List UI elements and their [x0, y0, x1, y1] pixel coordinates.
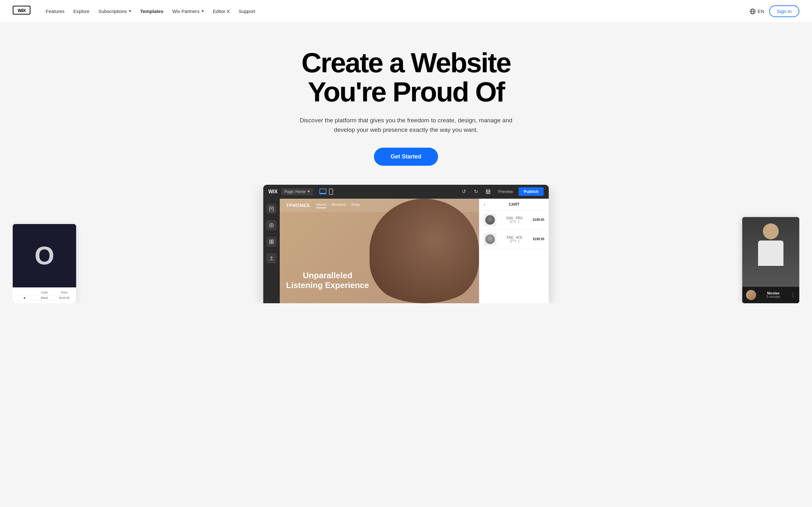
person-head — [763, 223, 779, 239]
nav-item-subscriptions[interactable]: Subscriptions — [95, 6, 135, 16]
svg-rect-16 — [270, 242, 271, 244]
editor-logo: WiX — [268, 189, 277, 194]
editor-body: TPHONES Home Reviews Shop Unparalleled L… — [263, 199, 549, 303]
chat-more-icon[interactable]: ⋮ — [791, 292, 796, 298]
hero-title: Create a Website You're Proud Of — [301, 48, 511, 107]
preview-button[interactable]: Preview — [496, 188, 515, 195]
person-figure — [758, 223, 783, 266]
site-nav-reviews[interactable]: Reviews — [332, 203, 346, 208]
nav-link-subscriptions[interactable]: Subscriptions — [95, 6, 135, 16]
globe-icon — [750, 9, 756, 14]
publish-button[interactable]: Publish — [519, 187, 544, 196]
navbar: WiX Features Explore Subscriptions Templ… — [0, 0, 812, 23]
headphone-image — [369, 199, 479, 303]
nav-item-wix-partners[interactable]: Wix Partners — [168, 6, 208, 16]
svg-rect-15 — [272, 240, 273, 241]
hero-section: Create a Website You're Proud Of Discove… — [0, 23, 812, 303]
nav-links: Features Explore Subscriptions Templates… — [42, 6, 259, 16]
editor-window: WiX Page: Home ↺ ↻ — [263, 185, 549, 303]
panel-icon-pages[interactable] — [266, 204, 276, 214]
cart-panel-header: ‹ CART ‹ — [479, 199, 549, 210]
floating-card-table: Color Price ■ Black $129.95 — [13, 287, 76, 303]
get-started-button[interactable]: Get Started — [374, 148, 438, 166]
cart-item-2-image — [484, 233, 496, 245]
cart-item-1-price: $199.95 — [533, 218, 544, 222]
editor-toolbar: WiX Page: Home ↺ ↻ — [263, 185, 549, 199]
cart-item-1: END · PRO QTY: 1 $199.95 — [479, 210, 549, 230]
chat-notification: Nicolas 5 minutes ⋮ — [742, 287, 799, 303]
desktop-icon[interactable] — [319, 188, 326, 194]
toolbar-actions: ↺ ↻ Preview Publish — [460, 187, 544, 196]
undo-icon[interactable]: ↺ — [460, 187, 468, 196]
svg-rect-14 — [270, 240, 271, 241]
table-data-row: ■ Black $129.95 — [15, 295, 73, 301]
nav-link-features[interactable]: Features — [42, 6, 68, 16]
cart-item-2: END · ACE QTY: 1 $199.95 — [479, 230, 549, 249]
wix-logo[interactable]: WiX — [13, 6, 31, 17]
page-indicator[interactable]: Page: Home — [281, 188, 313, 195]
floating-card-right: Nicolas 5 minutes ⋮ — [742, 217, 799, 303]
cart-item-2-name: END · ACE — [500, 236, 530, 239]
cart-item-1-qty: QTY: 1 — [500, 220, 530, 223]
nav-link-editor-x[interactable]: Editor X — [209, 6, 234, 16]
chat-time: 5 minutes — [759, 295, 787, 298]
table-header-row: Color Price — [15, 290, 73, 295]
language-selector[interactable]: EN — [750, 9, 764, 14]
panel-icon-sections[interactable] — [266, 237, 276, 247]
nav-item-templates[interactable]: Templates — [136, 6, 167, 16]
nav-item-features[interactable]: Features — [42, 6, 68, 16]
nav-link-wix-partners[interactable]: Wix Partners — [168, 6, 208, 16]
redo-icon[interactable]: ↻ — [472, 187, 480, 196]
navbar-left: WiX Features Explore Subscriptions Templ… — [13, 6, 259, 17]
nav-item-support[interactable]: Support — [235, 6, 259, 16]
subscriptions-chevron-icon — [129, 10, 131, 12]
cart-title: CART — [509, 202, 519, 207]
wix-logo-text: WiX — [13, 7, 31, 16]
editor-preview-container: O Color Price ■ Black $129.95 WiX — [13, 185, 799, 303]
device-icons — [319, 188, 333, 195]
nav-link-templates[interactable]: Templates — [136, 6, 167, 16]
cart-headphone-1-icon — [485, 215, 495, 225]
nav-item-editor-x[interactable]: Editor X — [209, 6, 234, 16]
sign-in-button[interactable]: Sign In — [769, 5, 799, 17]
svg-text:WiX: WiX — [17, 8, 26, 13]
site-brand: TPHONES — [286, 203, 310, 208]
avatar-image — [742, 217, 799, 287]
page-chevron-icon — [307, 191, 310, 192]
site-nav-shop[interactable]: Shop — [351, 203, 360, 208]
svg-rect-7 — [487, 192, 489, 193]
nav-item-explore[interactable]: Explore — [69, 6, 93, 16]
chat-name: Nicolas — [759, 291, 787, 295]
cart-back-icon[interactable]: ‹ — [484, 202, 485, 207]
editor-right-panel: ‹ CART ‹ END · PRO QTY: 1 $199.95 — [479, 199, 549, 303]
chat-text-area: Nicolas 5 minutes — [759, 291, 787, 298]
mobile-icon[interactable] — [329, 188, 333, 195]
floating-card-image: O — [13, 224, 76, 287]
lang-label: EN — [757, 9, 764, 14]
cart-item-1-name: END · PRO — [500, 216, 530, 220]
site-nav-home[interactable]: Home — [316, 203, 326, 208]
hero-subtitle: Discover the platform that gives you the… — [298, 116, 514, 135]
site-nav-links: Home Reviews Shop — [316, 203, 360, 208]
svg-rect-17 — [272, 242, 273, 244]
card-decorative-letter: O — [35, 241, 54, 270]
cart-item-1-info: END · PRO QTY: 1 — [500, 216, 530, 223]
cart-item-2-info: END · ACE QTY: 1 — [500, 236, 530, 243]
editor-left-panel — [263, 199, 280, 303]
save-icon[interactable] — [484, 187, 493, 196]
headphone-shape — [369, 199, 479, 303]
nav-link-explore[interactable]: Explore — [69, 6, 93, 16]
site-headline: Unparalleled Listening Experience — [286, 271, 369, 290]
nav-link-support[interactable]: Support — [235, 6, 259, 16]
svg-rect-6 — [487, 190, 490, 191]
wix-partners-chevron-icon — [201, 10, 204, 12]
panel-icon-add[interactable] — [266, 220, 276, 230]
cart-item-2-qty: QTY: 1 — [500, 239, 530, 243]
cart-headphone-2-icon — [485, 234, 495, 244]
floating-card-left: O Color Price ■ Black $129.95 — [13, 224, 76, 303]
navbar-right: EN Sign In — [750, 5, 799, 17]
cart-item-1-image — [484, 214, 496, 226]
editor-canvas: TPHONES Home Reviews Shop Unparalleled L… — [280, 199, 479, 303]
panel-icon-upload[interactable] — [266, 253, 276, 263]
avatar-person — [742, 217, 799, 287]
